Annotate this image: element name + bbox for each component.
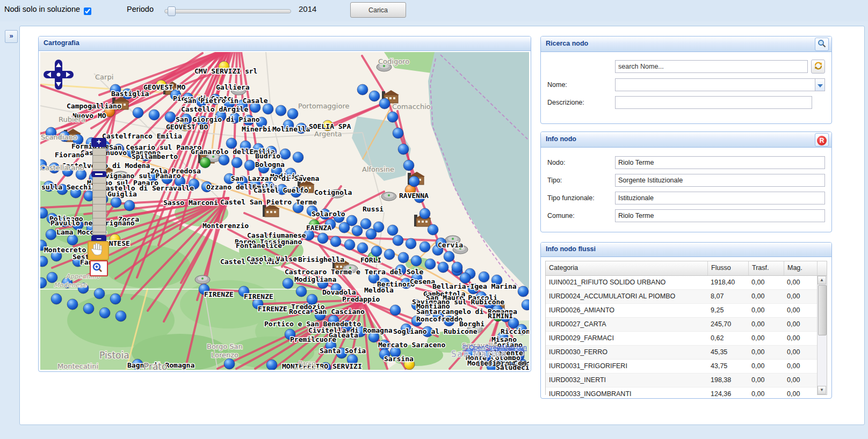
carica-button[interactable]: Carica <box>350 2 406 18</box>
map-node-marker[interactable] <box>398 252 409 263</box>
flussi-table-row[interactable]: IURD0029_FARMACI0,620,000,00 <box>546 332 817 346</box>
map-node-marker[interactable] <box>425 259 436 269</box>
nodo-value-field[interactable] <box>615 156 825 169</box>
map-node-marker[interactable] <box>46 229 56 240</box>
map-node-marker[interactable] <box>232 157 242 168</box>
flussi-table-row[interactable]: IUIN0021_RIFIUTO SOLIDO URBANO1918,400,0… <box>546 276 817 290</box>
map-node-marker[interactable] <box>280 149 291 159</box>
map-node-marker[interactable] <box>94 288 105 299</box>
map-node-marker[interactable] <box>384 249 395 260</box>
search-nome-input[interactable] <box>615 60 808 73</box>
map-node-marker[interactable] <box>444 251 454 262</box>
column-header-trasf[interactable]: Trasf. <box>749 261 784 275</box>
map-node-marker[interactable] <box>398 144 409 155</box>
nome-combo-trigger[interactable] <box>815 78 825 91</box>
map-node-marker[interactable] <box>438 262 449 273</box>
column-header-categoria[interactable]: Categoria <box>546 261 708 275</box>
map-canvas[interactable]: CMV SERVIZI srlGEOVEST MOGallieraBastigl… <box>40 52 529 370</box>
column-header-mag[interactable]: Mag. <box>784 261 818 275</box>
map-node-marker[interactable] <box>366 229 377 239</box>
map-node-marker[interactable] <box>479 272 489 282</box>
map-node-marker[interactable] <box>224 358 235 369</box>
scrollbar-up-arrow[interactable]: ▲ <box>818 276 826 284</box>
map-node-marker[interactable] <box>360 218 371 229</box>
flussi-table-row[interactable]: IURD0033_INGOMBRANTI124,360,000,00 <box>546 387 817 399</box>
periodo-slider-thumb[interactable] <box>168 6 176 16</box>
map-node-marker[interactable] <box>83 303 94 314</box>
map-node-marker[interactable] <box>263 104 273 114</box>
map-node-marker[interactable] <box>419 208 430 219</box>
map-node-marker[interactable] <box>387 225 398 236</box>
map-node-marker[interactable] <box>276 105 286 116</box>
flussi-table-row[interactable]: IURD0032_INERTI198,380,000,00 <box>546 374 817 387</box>
map-node-marker[interactable] <box>317 233 328 244</box>
plant-icon[interactable] <box>381 192 396 201</box>
tipo-funzionale-value-field[interactable] <box>615 192 825 204</box>
map-node-marker[interactable] <box>369 91 380 101</box>
map-node-marker[interactable] <box>133 107 143 118</box>
map-node-marker[interactable] <box>67 235 78 245</box>
column-header-flusso[interactable]: Flusso <box>708 261 749 275</box>
flussi-table-row[interactable]: IURD0031_FRIGORIFERI43,750,000,00 <box>546 360 817 374</box>
map-node-marker[interactable] <box>428 224 438 235</box>
map-node-marker[interactable] <box>409 176 419 187</box>
map-node-marker[interactable] <box>165 112 176 122</box>
map-node-marker[interactable] <box>357 84 368 95</box>
map-node-marker[interactable] <box>51 294 62 304</box>
flussi-table-row[interactable]: IURD0027_CARTA245,700,000,00 <box>546 318 817 332</box>
scrollbar-down-arrow[interactable]: ▼ <box>818 386 826 394</box>
map-node-marker[interactable] <box>266 360 277 370</box>
map-node-marker[interactable] <box>149 109 160 120</box>
tipo-value-field[interactable] <box>615 174 825 187</box>
map-attribution-link[interactable]: © OpenStreetMap contributors <box>462 344 527 352</box>
map-node-marker[interactable] <box>419 242 430 252</box>
map-node-marker[interactable] <box>110 294 121 304</box>
map-zoom-slider-track[interactable] <box>92 148 106 235</box>
map-node-marker[interactable] <box>287 108 298 119</box>
map-node-marker[interactable] <box>387 112 398 122</box>
map-node-marker[interactable] <box>226 138 237 149</box>
map-node-marker[interactable] <box>352 225 363 236</box>
map-zoom-box-tool[interactable] <box>90 260 108 276</box>
map-node-marker[interactable] <box>219 155 229 165</box>
map-zoom-slider-handle[interactable] <box>91 171 106 177</box>
map-node-marker[interactable] <box>124 200 135 211</box>
flussi-table-row[interactable]: IURD0024_ACCUMULATORI AL PIOMBO8,070,000… <box>546 290 817 304</box>
descrizione-input[interactable] <box>615 96 812 109</box>
map-node-marker[interactable] <box>111 197 121 208</box>
refresh-button[interactable] <box>811 60 825 74</box>
map-node-marker[interactable] <box>200 157 211 168</box>
comune-value-field[interactable] <box>615 209 825 222</box>
map-node-marker[interactable] <box>393 235 403 246</box>
map-node-marker[interactable] <box>293 152 303 163</box>
search-button[interactable] <box>815 38 829 51</box>
scrollbar-thumb[interactable] <box>818 285 827 335</box>
map-pan-hand-tool[interactable] <box>88 241 109 260</box>
map-node-marker[interactable] <box>452 262 462 273</box>
map-node-marker[interactable] <box>411 255 422 266</box>
map-pan-control[interactable] <box>44 60 74 90</box>
map-node-marker[interactable] <box>390 305 401 316</box>
map-node-marker[interactable] <box>379 98 390 109</box>
map-node-marker[interactable] <box>283 278 293 289</box>
flussi-table-row[interactable]: IURD0030_FERRO45,350,000,00 <box>546 346 817 360</box>
reset-node-button[interactable]: R <box>815 133 829 147</box>
plant-icon[interactable] <box>195 275 210 284</box>
map-node-marker[interactable] <box>371 246 382 257</box>
map-node-marker[interactable] <box>115 311 126 321</box>
map-node-marker[interactable] <box>518 286 529 297</box>
nome-combobox[interactable] <box>615 78 815 91</box>
map-node-marker[interactable] <box>406 238 416 249</box>
flussi-table-row[interactable]: IURD0026_AMIANTO9,250,000,00 <box>546 304 817 318</box>
periodo-slider[interactable] <box>164 9 291 13</box>
map-zoom-in-button[interactable]: + <box>91 138 106 147</box>
map-node-marker[interactable] <box>393 128 403 138</box>
map-viewport[interactable]: CMV SERVIZI srlGEOVEST MOGallieraBastigl… <box>40 52 529 370</box>
map-node-marker[interactable] <box>344 239 355 250</box>
map-node-marker[interactable] <box>99 308 110 318</box>
map-node-marker[interactable] <box>357 243 368 253</box>
nodes-only-checkbox[interactable] <box>84 8 91 15</box>
map-node-marker[interactable] <box>244 160 255 171</box>
map-node-marker[interactable] <box>339 222 350 233</box>
map-node-marker[interactable] <box>67 299 78 310</box>
